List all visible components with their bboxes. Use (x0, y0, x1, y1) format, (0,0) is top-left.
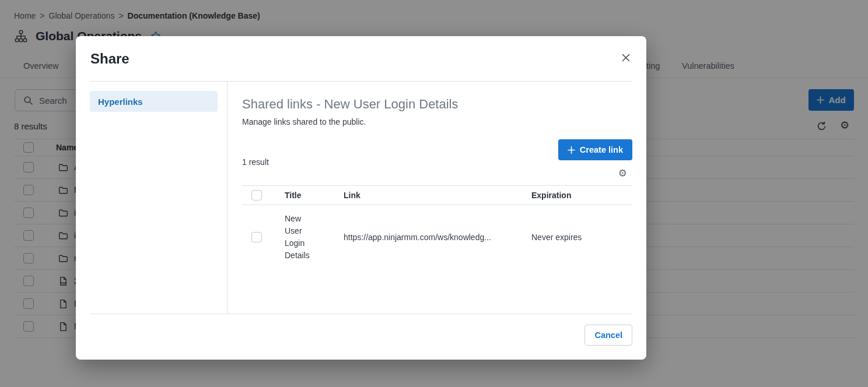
column-header-title: Title (285, 191, 344, 200)
link-url[interactable]: https://app.ninjarmm.com/ws/knowledg... (344, 233, 531, 242)
create-link-button[interactable]: Create link (558, 139, 632, 160)
column-header-link: Link (344, 191, 531, 200)
select-all-links-checkbox[interactable] (251, 190, 262, 200)
share-modal: Share Hyperlinks Shared links - New User… (76, 36, 646, 360)
modal-sidebar: Hyperlinks (76, 82, 228, 314)
modal-body: Hyperlinks Shared links - New User Login… (76, 82, 646, 314)
link-expiration: Never expires (531, 233, 632, 242)
shared-link-row[interactable]: New User Login Details https://app.ninja… (242, 205, 632, 269)
sidebar-item-hyperlinks[interactable]: Hyperlinks (90, 91, 218, 112)
modal-title: Share (90, 51, 130, 67)
table-settings-gear-icon[interactable]: ⚙ (618, 168, 627, 178)
links-table-header: Title Link Expiration (242, 185, 632, 205)
link-results-count: 1 result (242, 157, 269, 167)
modal-header: Share (76, 36, 646, 81)
column-header-expiration: Expiration (531, 191, 632, 200)
close-icon[interactable] (618, 50, 634, 65)
shared-links-subheading: Manage links shared to the public. (242, 117, 632, 126)
link-row-checkbox[interactable] (251, 232, 262, 242)
shared-links-heading: Shared links - New User Login Details (242, 97, 632, 112)
shared-links-table: Title Link Expiration New User Login Det… (242, 185, 632, 269)
modal-main: Shared links - New User Login Details Ma… (228, 82, 646, 314)
cancel-button[interactable]: Cancel (584, 325, 632, 346)
link-title: New User Login Details (285, 213, 317, 262)
modal-footer: Cancel (76, 314, 646, 360)
plus-icon (568, 146, 575, 154)
